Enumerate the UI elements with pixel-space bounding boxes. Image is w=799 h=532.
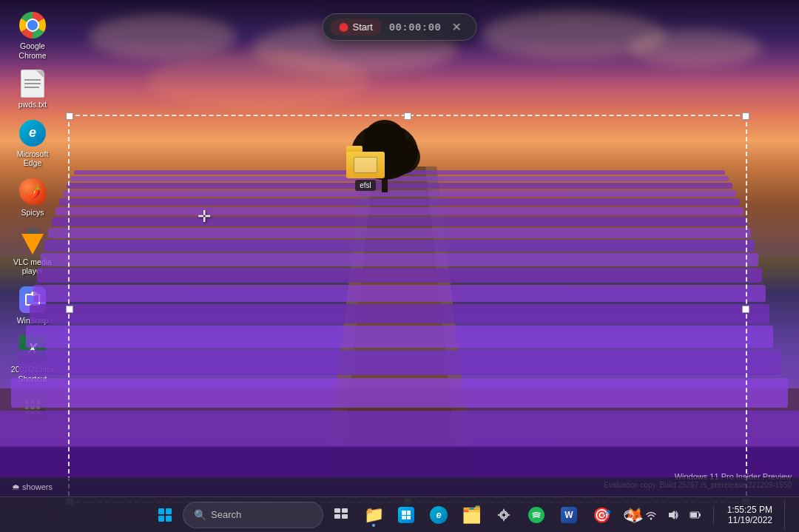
svg-rect-27 <box>334 508 340 513</box>
svg-rect-12 <box>41 253 758 266</box>
settings-icon <box>496 507 512 523</box>
folder-label: efsl <box>355 180 376 191</box>
cloud-1 <box>89 15 237 59</box>
svg-rect-19 <box>0 411 799 448</box>
svg-rect-7 <box>59 198 740 206</box>
folder-icon <box>346 146 385 178</box>
file-icon <box>18 69 47 98</box>
svg-rect-18 <box>11 378 788 408</box>
word-button[interactable]: W <box>554 500 584 530</box>
svg-rect-11 <box>44 240 755 252</box>
svg-rect-15 <box>30 304 769 323</box>
weather-bar: 🌧 showers <box>0 477 799 496</box>
start-label: Start <box>352 21 372 33</box>
settings-button[interactable] <box>489 500 519 530</box>
edge-taskbar-button[interactable]: e <box>424 500 454 530</box>
svg-rect-29 <box>334 514 340 519</box>
desktop-icon-edge[interactable]: e Microsoft Edge <box>6 115 59 171</box>
lavender-field <box>0 166 799 477</box>
network-icon[interactable] <box>618 502 639 528</box>
recording-timer: 00:00:00 <box>389 21 442 33</box>
svg-rect-8 <box>55 207 744 215</box>
svg-point-31 <box>502 513 506 517</box>
ms-store-button[interactable] <box>391 500 421 530</box>
cloud-5 <box>148 52 370 111</box>
svg-rect-13 <box>37 268 762 283</box>
clock-time-text: 1:55:25 PM <box>727 505 772 515</box>
svg-point-34 <box>650 517 652 519</box>
taskbar-search-bar[interactable]: 🔍 Search <box>183 502 323 528</box>
edge-taskbar-icon: e <box>430 506 448 524</box>
desktop-icon-chrome[interactable]: Google Chrome <box>6 7 59 63</box>
wifi-icon[interactable] <box>641 502 661 528</box>
recording-close-button[interactable]: ✕ <box>449 20 465 35</box>
svg-rect-16 <box>26 326 773 348</box>
clock-date-text: 11/19/2022 <box>728 515 772 525</box>
file-explorer-button[interactable]: 📁 <box>359 500 388 530</box>
taskbar: 🔍 Search 📁 <box>0 496 799 532</box>
pwds-label: pwds.txt <box>18 100 47 110</box>
taskbar-center-area: 🔍 Search 📁 <box>150 500 649 530</box>
start-button[interactable]: Start <box>330 18 381 36</box>
edge-label: Microsoft Edge <box>9 149 56 168</box>
task-view-icon <box>334 508 348 522</box>
windows-logo-icon <box>158 508 172 522</box>
svg-rect-37 <box>691 513 697 517</box>
svg-rect-28 <box>342 508 348 513</box>
spotify-button[interactable] <box>522 500 551 530</box>
battery-icon[interactable] <box>685 502 706 528</box>
folder-popup[interactable]: efsl <box>346 146 385 191</box>
system-tray: ^ <box>602 497 793 532</box>
search-magnifier-icon: 🔍 <box>194 509 206 521</box>
svg-rect-38 <box>699 514 701 516</box>
start-menu-button[interactable] <box>150 500 180 530</box>
explorer-2-button[interactable]: 🗂️ <box>456 500 486 530</box>
svg-marker-35 <box>669 511 675 519</box>
weather-text: 🌧 showers <box>12 482 53 491</box>
desktop: efsl ✛ Google Chrome pwds.txt <box>0 0 799 532</box>
chrome-label: Google Chrome <box>9 41 56 60</box>
svg-rect-9 <box>52 217 747 226</box>
tray-icons-area <box>618 502 706 528</box>
record-dot-icon <box>339 23 348 32</box>
cloud-4 <box>629 30 762 67</box>
clock-button[interactable]: 1:55:25 PM 11/19/2022 <box>721 497 778 532</box>
tray-divider <box>713 506 714 524</box>
svg-rect-17 <box>18 350 781 375</box>
show-desktop-button[interactable] <box>784 500 793 530</box>
task-view-button[interactable] <box>326 500 356 530</box>
svg-rect-14 <box>33 285 766 302</box>
search-placeholder-text: Search <box>211 509 241 520</box>
spotify-icon <box>528 507 545 523</box>
file-explorer-icon: 📁 <box>364 505 384 525</box>
recording-toolbar: Start 00:00:00 ✕ <box>322 13 476 41</box>
desktop-icon-pwds[interactable]: pwds.txt <box>6 66 59 112</box>
volume-icon[interactable] <box>663 502 684 528</box>
edge-icon: e <box>18 118 47 148</box>
tray-expand-button[interactable]: ^ <box>602 509 612 521</box>
word-icon: W <box>561 507 577 523</box>
svg-rect-10 <box>48 228 751 238</box>
chrome-icon <box>18 10 47 40</box>
svg-rect-30 <box>342 514 348 519</box>
explorer-2-icon: 🗂️ <box>462 505 482 525</box>
ms-store-icon <box>398 507 414 523</box>
